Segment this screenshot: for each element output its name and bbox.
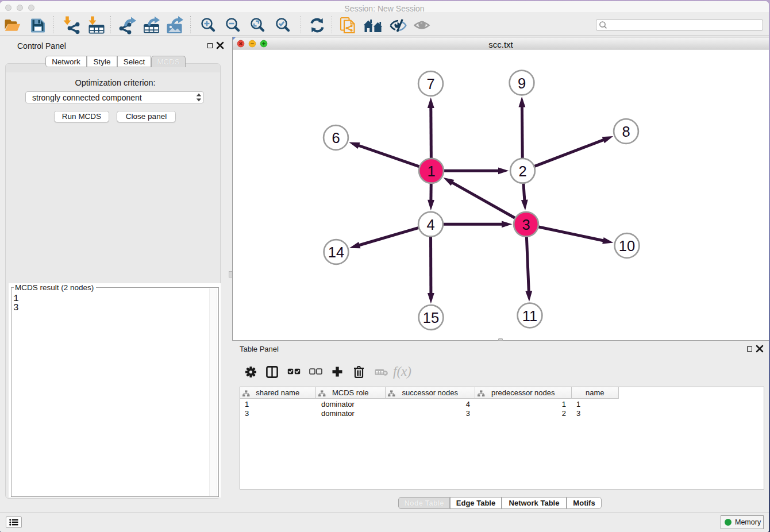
- svg-text:14: 14: [328, 244, 344, 260]
- svg-text:3: 3: [522, 217, 530, 233]
- svg-text:1: 1: [427, 163, 435, 179]
- svg-text:7: 7: [426, 76, 434, 92]
- svg-text:6: 6: [332, 130, 340, 146]
- svg-text:11: 11: [522, 308, 537, 324]
- svg-text:10: 10: [619, 238, 635, 254]
- svg-text:4: 4: [426, 217, 434, 233]
- svg-text:9: 9: [518, 75, 526, 91]
- svg-text:2: 2: [518, 163, 526, 179]
- svg-text:8: 8: [622, 124, 630, 140]
- svg-text:15: 15: [423, 310, 439, 326]
